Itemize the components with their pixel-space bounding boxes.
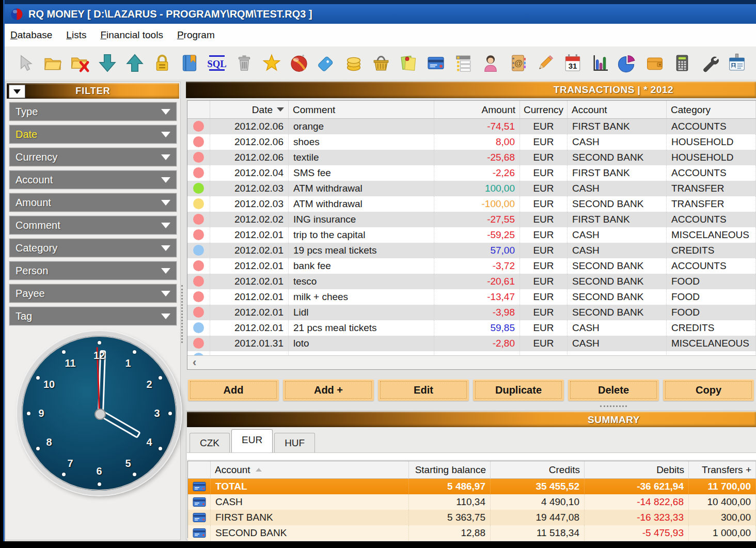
bar-chart-icon[interactable]: [589, 52, 611, 74]
column-header-account[interactable]: Account: [568, 101, 667, 119]
transaction-row[interactable]: 2012.02.04SMS fee-2,26EURFIRST BANKACCOU…: [187, 165, 756, 181]
credit-card-icon: [193, 497, 206, 507]
tag-icon[interactable]: [316, 52, 337, 74]
tab-huf[interactable]: HUF: [274, 433, 315, 452]
transaction-row[interactable]: 2012.01.31loto-2,80EURCASHMISCELANEOUS: [187, 336, 756, 351]
panel-splitter-horizontal[interactable]: [186, 404, 756, 408]
panel-splitter-vertical[interactable]: [181, 285, 183, 343]
scroll-left-icon[interactable]: ‹: [187, 357, 196, 368]
cell-amount: -3,98: [434, 305, 520, 320]
transaction-row[interactable]: 2012.02.02ING insurance-27,55EURFIRST BA…: [187, 212, 756, 227]
column-header-date[interactable]: Date: [210, 101, 289, 119]
cell-currency: EUR: [520, 134, 568, 150]
transaction-row[interactable]: 2012.02.06shoes8,00EURCASHHOUSEHOLD: [187, 134, 756, 150]
filter-item-person[interactable]: Person: [9, 261, 177, 280]
horizontal-scrollbar[interactable]: ‹: [187, 355, 756, 369]
summary-row[interactable]: SECOND BANK12,8811 518,34-5 475,931 000,…: [188, 525, 756, 541]
duplicate-button[interactable]: Duplicate: [473, 379, 564, 401]
transaction-row[interactable]: 2012.02.0121 pcs meal tickets59,85EURCAS…: [187, 320, 756, 336]
summary-row-total[interactable]: TOTAL5 486,9735 455,52-36 621,9411 700,0…: [188, 479, 756, 494]
column-header-dot[interactable]: [187, 101, 210, 119]
delete-button[interactable]: Delete: [568, 379, 659, 401]
wallet-icon[interactable]: [644, 52, 666, 74]
tab-czk[interactable]: CZK: [190, 433, 230, 452]
filter-item-type[interactable]: Type: [9, 102, 177, 121]
notes-icon[interactable]: [398, 52, 419, 74]
arrow-up-icon[interactable]: [124, 52, 146, 74]
transaction-row[interactable]: 2012.02.03ATM withdrawal100,00EURCASHTRA…: [187, 181, 756, 196]
chevron-down-icon: [161, 223, 170, 228]
folder-delete-icon[interactable]: [69, 52, 91, 74]
lock-icon[interactable]: [151, 52, 173, 74]
summary-column-header-account[interactable]: Account: [211, 461, 409, 479]
summary-column-header-transfers[interactable]: Transfers +: [689, 461, 756, 479]
folder-open-icon[interactable]: [42, 52, 64, 74]
trash-icon[interactable]: [233, 52, 255, 74]
filter-item-category[interactable]: Category: [9, 238, 177, 258]
pencil-icon[interactable]: [534, 52, 556, 74]
coins-icon[interactable]: [343, 52, 365, 74]
transaction-row[interactable]: 2012.02.01Lidl-3,98EURSECOND BANKFOOD: [187, 305, 756, 320]
calendar-icon[interactable]: 31: [562, 52, 584, 74]
tab-eur[interactable]: EUR: [231, 429, 273, 452]
summary-row[interactable]: CASH110,344 490,10-14 822,6810 400,00: [188, 494, 756, 510]
star-icon[interactable]: [261, 52, 282, 74]
transaction-row[interactable]: 2012.02.03ATM withdrawal-100,00EURSECOND…: [187, 196, 756, 212]
cell-amount: -27,55: [434, 212, 520, 227]
filter-item-currency[interactable]: Currency: [9, 147, 177, 167]
menu-item-lists[interactable]: Lists: [66, 29, 86, 41]
basket-icon[interactable]: [370, 52, 392, 74]
summary-row[interactable]: FIRST BANK5 363,7519 447,08-16 323,33300…: [188, 510, 756, 525]
id-card-icon[interactable]: [726, 52, 748, 74]
transaction-row[interactable]: 2012.02.01tesco-20,61EURSECOND BANKFOOD: [187, 274, 756, 289]
filter-item-comment[interactable]: Comment: [9, 215, 177, 235]
transaction-row[interactable]: 2012.02.06orange-74,51EURFIRST BANKACCOU…: [187, 119, 756, 134]
transaction-row[interactable]: 2012.02.01milk + chees-13,47EURSECOND BA…: [187, 289, 756, 305]
wrench-icon[interactable]: [699, 52, 720, 74]
summary-column-header-starting-balance[interactable]: Starting balance: [409, 461, 491, 479]
filter-item-tag[interactable]: Tag: [9, 306, 177, 326]
cell-date: 2012.02.06: [210, 134, 289, 150]
journal-icon[interactable]: [179, 52, 200, 74]
person-icon[interactable]: [480, 52, 501, 74]
column-header-amount[interactable]: Amount: [434, 101, 520, 119]
add-button[interactable]: Add: [188, 379, 279, 401]
filter-item-amount[interactable]: Amount: [9, 193, 177, 212]
filter-item-date[interactable]: Date: [9, 124, 177, 144]
transaction-row[interactable]: 2012.02.01bank fee-3,72EURSECOND BANKACC…: [187, 258, 756, 274]
summary-column-header-debits[interactable]: Debits: [585, 461, 689, 479]
summary-column-header-icon[interactable]: [188, 461, 211, 479]
cursor-icon[interactable]: [14, 52, 36, 74]
address-book-icon[interactable]: @: [507, 52, 529, 74]
cell-category: FOOD: [667, 274, 756, 289]
menu-item-program[interactable]: Program: [177, 29, 215, 41]
credit-card-icon[interactable]: [425, 52, 447, 74]
transaction-row[interactable]: 2012.02.06textile-25,68EURSECOND BANKHOU…: [187, 150, 756, 165]
transaction-row[interactable]: 2012.02.01trip to the capital-59,25EURCA…: [187, 227, 756, 243]
column-header-comment[interactable]: Comment: [289, 101, 434, 119]
checklist-icon[interactable]: [452, 52, 474, 74]
edit-button[interactable]: Edit: [378, 379, 469, 401]
filter-collapse-button[interactable]: [9, 85, 25, 98]
application-window: RQ MONEY [ D:\LAZARUS - PROGRAMY\RQM\TES…: [0, 0, 756, 548]
summary-column-header-credits[interactable]: Credits: [491, 461, 585, 479]
ball-icon[interactable]: [288, 52, 310, 74]
filter-item-account[interactable]: Account: [9, 170, 177, 190]
title-bar[interactable]: RQ MONEY [ D:\LAZARUS - PROGRAMY\RQM\TES…: [3, 4, 756, 24]
arrow-down-icon[interactable]: [97, 52, 118, 74]
add-button[interactable]: Add +: [283, 379, 374, 401]
column-header-currency[interactable]: Currency: [520, 101, 568, 119]
copy-button[interactable]: Copy: [663, 379, 754, 401]
sql-icon[interactable]: SQL: [206, 52, 228, 74]
cell-status: [187, 289, 210, 305]
menu-item-database[interactable]: Database: [10, 29, 52, 41]
app-logo-icon: [10, 7, 24, 21]
column-header-category[interactable]: Category: [667, 101, 756, 119]
pie-chart-icon[interactable]: [617, 52, 638, 74]
menu-item-financial-tools[interactable]: Financial tools: [100, 29, 163, 41]
transaction-row[interactable]: 2012.02.0119 pcs meal tickets57,00EURCAS…: [187, 243, 756, 258]
red-status-dot: [193, 214, 204, 225]
cell-account: SECOND BANK: [568, 305, 667, 320]
calculator-icon[interactable]: [671, 52, 693, 74]
filter-item-payee[interactable]: Payee: [9, 284, 177, 303]
